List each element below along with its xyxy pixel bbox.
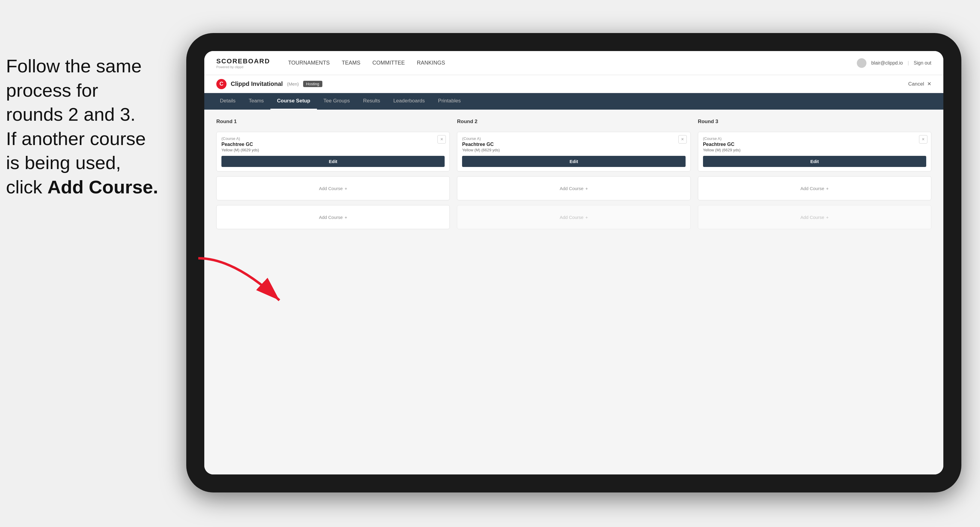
top-nav-right: blair@clippd.io | Sign out xyxy=(857,58,931,68)
round-2-column: Round 2 × (Course A) Peachtree GC Yellow… xyxy=(457,119,690,229)
gender-badge: (Men) xyxy=(287,81,299,86)
scoreboard-logo: SCOREBOARD Powered by clippd xyxy=(216,57,270,69)
round-2-title: Round 2 xyxy=(457,119,690,125)
top-nav-left: SCOREBOARD Powered by clippd TOURNAMENTS… xyxy=(216,57,445,69)
plus-icon-2: + xyxy=(345,215,347,220)
nav-teams[interactable]: TEAMS xyxy=(342,60,361,66)
round-1-title: Round 1 xyxy=(216,119,450,125)
round-3-title: Round 3 xyxy=(698,119,931,125)
tab-nav: Details Teams Course Setup Tee Groups Re… xyxy=(204,93,943,110)
avatar xyxy=(857,58,866,68)
round-3-edit-button[interactable]: Edit xyxy=(703,156,926,167)
tab-details[interactable]: Details xyxy=(213,93,242,110)
sign-out-link[interactable]: Sign out xyxy=(913,60,931,66)
round-2-course-label: (Course A) xyxy=(462,137,685,141)
logo-title: SCOREBOARD xyxy=(216,57,270,65)
round-3-add-course-2: Add Course + xyxy=(698,205,931,229)
pipe: | xyxy=(908,60,909,66)
plus-icon-6: + xyxy=(826,215,829,220)
cancel-icon: ✕ xyxy=(927,81,931,87)
c-logo: C xyxy=(216,79,226,89)
tab-course-setup[interactable]: Course Setup xyxy=(270,93,317,110)
main-content: Round 1 × (Course A) Peachtree GC Yellow… xyxy=(204,110,943,475)
sub-header-left: C Clippd Invitational (Men) Hosting xyxy=(216,79,322,89)
plus-icon-5: + xyxy=(826,186,829,191)
tablet-frame: SCOREBOARD Powered by clippd TOURNAMENTS… xyxy=(186,33,961,492)
cancel-button-area[interactable]: Cancel ✕ xyxy=(908,81,931,87)
round-3-course-name: Peachtree GC xyxy=(703,142,926,147)
round-1-course-detail: Yellow (M) (6629 yds) xyxy=(221,148,445,152)
round-2-add-course-1[interactable]: Add Course + xyxy=(457,176,690,200)
tab-tee-groups[interactable]: Tee Groups xyxy=(317,93,356,110)
plus-icon-1: + xyxy=(345,186,347,191)
round-2-course-detail: Yellow (M) (6629 yds) xyxy=(462,148,685,152)
round-2-add-course-label-1: Add Course + xyxy=(560,186,588,191)
round-2-course-card: × (Course A) Peachtree GC Yellow (M) (66… xyxy=(457,132,690,171)
round-3-course-label: (Course A) xyxy=(703,137,926,141)
round-2-add-course-label-2: Add Course + xyxy=(560,215,588,220)
round-1-delete-button[interactable]: × xyxy=(438,135,446,143)
round-1-add-course-1[interactable]: Add Course + xyxy=(216,176,450,200)
round-1-course-name: Peachtree GC xyxy=(221,142,445,147)
round-1-add-course-label-1: Add Course + xyxy=(319,186,347,191)
round-3-add-course-label-1: Add Course + xyxy=(800,186,829,191)
round-1-course-label: (Course A) xyxy=(221,137,445,141)
round-2-delete-button[interactable]: × xyxy=(678,135,687,143)
hosting-badge: Hosting xyxy=(303,81,322,87)
round-3-delete-button[interactable]: × xyxy=(919,135,928,143)
nav-rankings[interactable]: RANKINGS xyxy=(417,60,445,66)
round-3-add-course-1[interactable]: Add Course + xyxy=(698,176,931,200)
round-2-course-name: Peachtree GC xyxy=(462,142,685,147)
round-3-course-detail: Yellow (M) (6629 yds) xyxy=(703,148,926,152)
round-1-add-course-label-2: Add Course + xyxy=(319,215,347,220)
round-1-column: Round 1 × (Course A) Peachtree GC Yellow… xyxy=(216,119,450,229)
nav-committee[interactable]: COMMITTEE xyxy=(372,60,405,66)
plus-icon-4: + xyxy=(585,215,588,220)
round-1-edit-button[interactable]: Edit xyxy=(221,156,445,167)
sub-header: C Clippd Invitational (Men) Hosting Canc… xyxy=(204,75,943,93)
tablet-screen: SCOREBOARD Powered by clippd TOURNAMENTS… xyxy=(204,51,943,475)
round-1-add-course-2[interactable]: Add Course + xyxy=(216,205,450,229)
round-2-add-course-2: Add Course + xyxy=(457,205,690,229)
tab-leaderboards[interactable]: Leaderboards xyxy=(387,93,431,110)
nav-tournaments[interactable]: TOURNAMENTS xyxy=(288,60,330,66)
logo-sub: Powered by clippd xyxy=(216,65,270,69)
tab-printables[interactable]: Printables xyxy=(431,93,468,110)
round-3-column: Round 3 × (Course A) Peachtree GC Yellow… xyxy=(698,119,931,229)
top-nav-links: TOURNAMENTS TEAMS COMMITTEE RANKINGS xyxy=(288,60,445,66)
rounds-container: Round 1 × (Course A) Peachtree GC Yellow… xyxy=(216,119,931,229)
cancel-label: Cancel xyxy=(908,81,924,87)
user-email: blair@clippd.io xyxy=(871,60,903,66)
round-2-edit-button[interactable]: Edit xyxy=(462,156,685,167)
tab-teams[interactable]: Teams xyxy=(242,93,270,110)
round-3-add-course-label-2: Add Course + xyxy=(800,215,829,220)
round-3-course-card: × (Course A) Peachtree GC Yellow (M) (66… xyxy=(698,132,931,171)
instruction-text: Follow the same process for rounds 2 and… xyxy=(6,54,174,199)
top-nav: SCOREBOARD Powered by clippd TOURNAMENTS… xyxy=(204,51,943,75)
tab-results[interactable]: Results xyxy=(356,93,387,110)
tournament-name: Clippd Invitational xyxy=(231,81,283,87)
plus-icon-3: + xyxy=(585,186,588,191)
round-1-course-card: × (Course A) Peachtree GC Yellow (M) (66… xyxy=(216,132,450,171)
